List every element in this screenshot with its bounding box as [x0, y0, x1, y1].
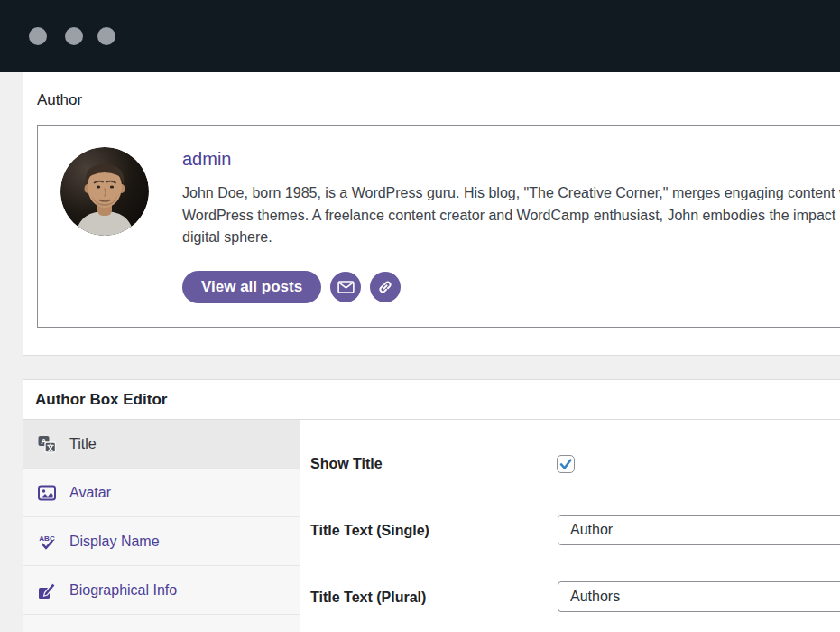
editor-title: Author Box Editor — [35, 391, 167, 409]
author-section-title: Author — [37, 91, 82, 109]
author-actions: View all posts — [182, 271, 401, 303]
sidebar-item-label: Biographical Info — [69, 582, 177, 599]
bio-line-2: WordPress themes. A freelance content cr… — [182, 205, 840, 228]
bio-line-3: digital sphere. — [182, 227, 840, 249]
portrait-photo — [60, 147, 149, 236]
screenshot-stage: Author — [0, 0, 840, 632]
chain-link-icon — [376, 278, 394, 296]
window-control-dot-1[interactable] — [29, 27, 47, 45]
sidebar-item-label: Display Name — [69, 534, 160, 550]
author-avatar — [60, 147, 149, 236]
author-name-link[interactable]: admin — [182, 149, 231, 170]
window-control-dot-3[interactable] — [97, 27, 115, 45]
sidebar-item-label: Title — [69, 436, 97, 452]
sidebar-item-display-name[interactable]: ABC Display Name — [23, 517, 300, 566]
show-title-checkbox[interactable] — [557, 455, 575, 473]
edit-pencil-icon — [38, 581, 56, 599]
bio-line-1: John Doe, born 1985, is a WordPress guru… — [182, 182, 840, 205]
view-all-posts-button[interactable]: View all posts — [182, 271, 321, 303]
editor-sidebar: A Title — [23, 420, 300, 632]
spellcheck-icon: ABC — [38, 533, 56, 551]
editor-header: Author Box Editor — [23, 380, 840, 420]
email-button[interactable] — [330, 272, 361, 302]
website-button[interactable] — [370, 272, 401, 302]
author-preview-section: Author — [23, 72, 840, 356]
sidebar-item-label: Avatar — [69, 485, 111, 501]
title-text-single-label: Title Text (Single) — [310, 523, 429, 539]
author-box-editor-panel: Author Box Editor A — [23, 379, 840, 632]
sidebar-item-partial[interactable] — [23, 615, 300, 632]
sidebar-item-biographical-info[interactable]: Biographical Info — [23, 566, 300, 615]
show-title-label: Show Title — [310, 456, 383, 472]
title-text-plural-label: Title Text (Plural) — [310, 590, 426, 606]
sidebar-item-avatar[interactable]: Avatar — [23, 469, 300, 517]
title-text-single-input[interactable] — [558, 515, 840, 545]
translation-icon: A — [38, 435, 56, 453]
author-box-preview: admin John Doe, born 1985, is a WordPres… — [37, 125, 840, 328]
window-titlebar — [0, 0, 840, 72]
sidebar-item-title[interactable]: A Title — [23, 420, 300, 469]
image-icon — [38, 484, 56, 502]
author-bio: John Doe, born 1985, is a WordPress guru… — [182, 182, 840, 249]
window-control-dot-2[interactable] — [65, 27, 83, 45]
envelope-icon — [337, 281, 355, 293]
title-text-plural-input[interactable] — [558, 581, 840, 612]
check-icon — [558, 456, 574, 472]
